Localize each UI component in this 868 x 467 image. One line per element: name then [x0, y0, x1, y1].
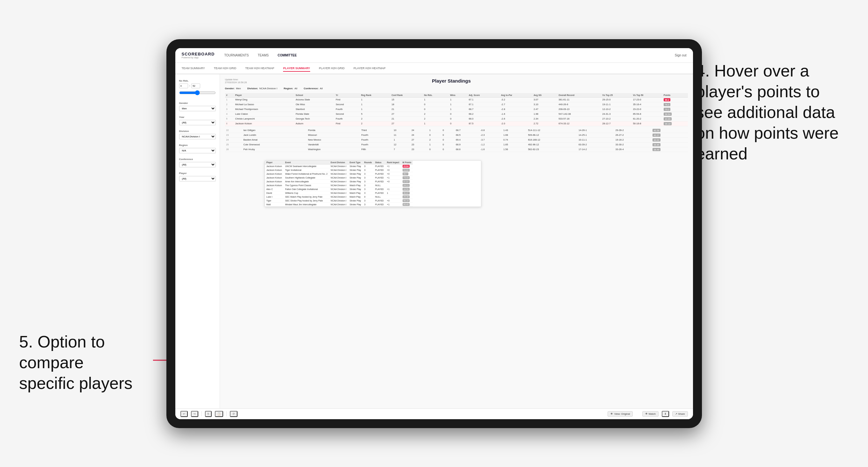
year-select[interactable]: (All)	[179, 120, 216, 125]
standings-area: Update time: 27/03/2024 16:56:26 Player …	[220, 74, 693, 408]
watch-button[interactable]: 👁 Watch	[642, 411, 658, 417]
view-original-icon: 👁	[611, 412, 613, 415]
col-to-par: Avg to-Par	[500, 93, 532, 97]
no-rds-label: No Rds.	[179, 80, 216, 82]
share-button[interactable]: ↗ Share	[672, 411, 688, 417]
tooltip-row: Jackson Kolson Wake Forest Invitational …	[265, 172, 413, 176]
points-badge-gray[interactable]: 39.95	[652, 143, 661, 146]
table-row: 1 Wenyi Ding Arizona State First 1 15 1 …	[225, 97, 688, 102]
tooltip-row: Tiger SEC Stroke Play hosted by Jerry Pa…	[265, 198, 413, 203]
sidebar-division-section: Division NCAA Division I	[179, 130, 216, 139]
table-row: 22 Ian Gilligan Florida Third 10 24 1 0 …	[225, 128, 688, 133]
player-select[interactable]: (All)	[179, 176, 216, 181]
app-subtitle: Powered by clipp	[182, 56, 215, 59]
nav-teams[interactable]: TEAMS	[257, 52, 269, 58]
col-no-rds: No Rds.	[423, 93, 449, 97]
filter-conference-value: All	[320, 87, 322, 90]
points-badge-gray[interactable]: 38.94	[664, 113, 672, 116]
tooltip-col-event-div: Event Division	[329, 161, 348, 164]
nav-links: TOURNAMENTS TEAMS COMMITTEE	[224, 52, 675, 58]
table-row: 4 Luke Claton Florida State Second 5 27 …	[225, 112, 688, 116]
tooltip-row: Jackson Kolson Amer Am Intercollegiate N…	[265, 180, 413, 183]
share-label: Share	[678, 412, 685, 415]
subnav-player-h2h-heatmap[interactable]: PLAYER H2H HEATMAP	[353, 65, 386, 72]
table-row: 23 Jack Lundin Missouri Fourth 11 24 0 0…	[225, 133, 688, 137]
sidebar-gender-section: Gender Men	[179, 102, 216, 111]
points-badge-gray[interactable]: 40.02	[652, 138, 661, 142]
col-player: Player	[234, 93, 294, 97]
sidebar-region-section: Region N/A	[179, 144, 216, 153]
annotation-top-right: 4. Hover over a player's points to see a…	[696, 61, 849, 164]
points-badge-gray[interactable]: 38.49	[652, 148, 661, 151]
paste-button[interactable]: 📋	[215, 411, 223, 417]
subnav-team-summary[interactable]: TEAM SUMMARY	[182, 65, 205, 72]
sidebar-conference-section: Conference (All)	[179, 158, 216, 167]
main-content: No Rds. - Gender Men	[175, 74, 693, 408]
annotation-bottom-left: 5. Option to compare specific players	[19, 332, 140, 394]
points-badge-gray[interactable]: 40.58	[652, 129, 661, 132]
gender-select[interactable]: Men	[179, 106, 216, 111]
no-rds-min-input[interactable]	[179, 84, 188, 88]
tooltip-row: Jackson Kolson Southern Highlands Colleg…	[265, 176, 413, 180]
points-tooltip: Player Event Event Division Event Type R…	[265, 160, 481, 207]
filter-division: Division: NCAA Division I	[247, 87, 277, 90]
app-title: SCOREBOARD	[182, 52, 215, 56]
tooltip-col-wpoints: W Points	[401, 161, 413, 164]
no-rds-slider[interactable]	[179, 90, 216, 95]
filter-region-value: All	[294, 87, 298, 90]
table-row: 24 Bastien Amat New Mexico Fourth 1 27 2…	[225, 137, 688, 142]
nav-tournaments[interactable]: TOURNAMENTS	[224, 52, 249, 58]
tooltip-row: Alex C Fallon Oak Collegiate Invitationa…	[265, 187, 413, 191]
tablet-screen: SCOREBOARD Powered by clipp TOURNAMENTS …	[175, 48, 693, 419]
sidebar-player-section: Player (All)	[179, 172, 216, 181]
subnav-player-summary[interactable]: PLAYER SUMMARY	[283, 65, 310, 72]
division-select[interactable]: NCAA Division I	[179, 134, 216, 139]
conference-select[interactable]: (All)	[179, 162, 216, 167]
download-button[interactable]: ⬇	[662, 411, 669, 417]
watch-label: Watch	[649, 412, 656, 415]
points-badge[interactable]: 88.2	[664, 98, 671, 101]
nav-right: Sign out	[675, 54, 687, 57]
filter-division-value: NCAA Division I	[259, 87, 277, 90]
points-badge-gray[interactable]: 40.89	[664, 117, 672, 121]
tooltip-col-player: Player	[265, 161, 284, 164]
undo-button[interactable]: ↩	[180, 411, 188, 417]
region-label: Region	[179, 144, 216, 147]
view-original-button[interactable]: 👁 View: Original	[608, 411, 633, 417]
subnav-team-h2h-grid[interactable]: TEAM H2H GRID	[214, 65, 237, 72]
filter-region-label: Region:	[284, 87, 293, 90]
sign-out-link[interactable]: Sign out	[675, 54, 687, 57]
gender-label: Gender	[179, 102, 216, 104]
col-avg-sg: Avg SG	[532, 93, 557, 97]
col-adj-score: Adj. Score	[468, 93, 500, 97]
time-button[interactable]: ⏱	[230, 411, 238, 417]
sidebar: No Rds. - Gender Men	[175, 74, 220, 408]
table-row: 26 Petr Hruby Washington Fifth 7 23 0 0 …	[225, 147, 688, 152]
points-badge-gray[interactable]: 76.3	[664, 103, 671, 106]
table-row: 2 Michael La Sasso Ole Miss Second 1 18 …	[225, 102, 688, 107]
redo-button[interactable]: ↪	[191, 411, 198, 417]
nav-committee[interactable]: COMMITTEE	[278, 52, 297, 58]
points-badge-gray[interactable]: 40.27	[652, 133, 661, 137]
tooltip-col-type: Event Type	[348, 161, 363, 164]
region-select[interactable]: N/A	[179, 148, 216, 153]
no-rds-max-input[interactable]	[191, 84, 200, 88]
tooltip-row: Matt Mirabel Maui Jim Intercollegiate NC…	[265, 203, 413, 206]
col-points: Points	[662, 93, 688, 97]
update-time-label: Update time:	[225, 78, 247, 81]
standings-header: Update time: 27/03/2024 16:56:26 Player …	[225, 78, 688, 84]
col-vs-top25: Vs Top 25	[601, 93, 631, 97]
subnav-player-h2h-grid[interactable]: PLAYER H2H GRID	[319, 65, 345, 72]
col-yr: Yr	[334, 93, 360, 97]
col-record: Overall Record	[557, 93, 601, 97]
share-icon: ↗	[675, 412, 677, 415]
year-label: Year	[179, 116, 216, 119]
copy-button[interactable]: ⎘	[205, 411, 212, 417]
tooltip-row: Jackson Kolson The Cypress Point Classic…	[265, 183, 413, 187]
subnav-team-h2h-heatmap[interactable]: TEAM H2H HEATMAP	[245, 65, 274, 72]
tooltip-row: David Williams Cup NCAA Division I Match…	[265, 191, 413, 195]
points-badge-hovered[interactable]: 38.18	[664, 122, 672, 125]
points-badge-gray[interactable]: 70.2	[664, 108, 671, 111]
update-time-block: Update time: 27/03/2024 16:56:26	[225, 78, 247, 84]
watch-icon: 👁	[645, 412, 648, 415]
